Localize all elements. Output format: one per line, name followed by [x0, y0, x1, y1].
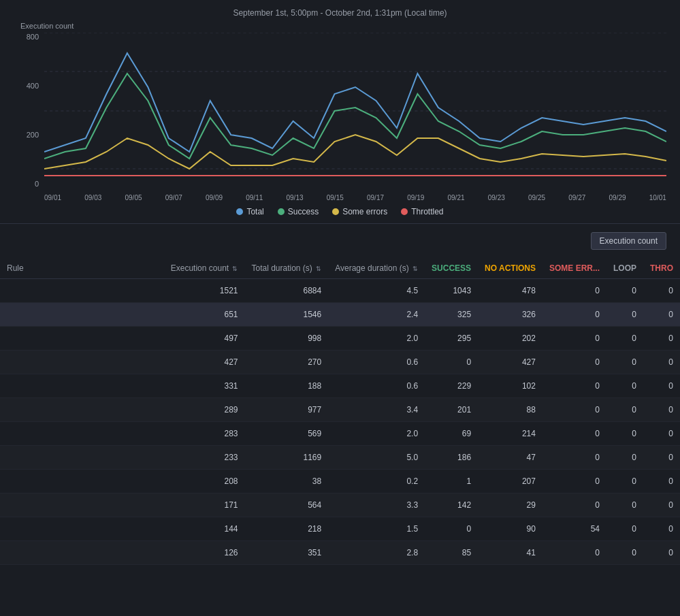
- y-tick-800: 800: [27, 33, 39, 41]
- table-row[interactable]: 65115462.4325326000: [0, 303, 680, 327]
- table-cell: 88: [478, 398, 543, 422]
- table-cell: 69: [425, 422, 478, 446]
- table-row[interactable]: 4979982.0295202000: [0, 327, 680, 351]
- execution-count-button[interactable]: Execution count: [591, 232, 666, 250]
- table-cell: [0, 374, 164, 398]
- table-cell: 0: [606, 303, 643, 327]
- table-row[interactable]: 4272700.60427000: [0, 351, 680, 374]
- table-row[interactable]: 1442181.50905400: [0, 517, 680, 541]
- table-cell: [0, 541, 164, 565]
- legend-errors-icon: [332, 208, 339, 215]
- table-cell: 3.3: [328, 493, 425, 517]
- table-row[interactable]: 2835692.069214000: [0, 422, 680, 446]
- table-cell: 0: [606, 446, 643, 470]
- table-cell: 207: [478, 470, 543, 493]
- table-row[interactable]: 2899773.420188000: [0, 398, 680, 422]
- table-cell: [0, 398, 164, 422]
- table-cell: 564: [244, 493, 328, 517]
- chart-area: 09/01 09/03 09/05 09/07 09/09 09/11 09/1…: [44, 33, 666, 201]
- table-cell: 0: [643, 493, 680, 517]
- table-cell: 142: [425, 493, 478, 517]
- table-cell: 0: [643, 327, 680, 351]
- table-cell: 0: [543, 303, 606, 327]
- table-cell: 0: [643, 517, 680, 541]
- table-cell: 0: [643, 351, 680, 374]
- table-cell: 0: [425, 351, 478, 374]
- table-header: Rule Execution count ⇅ Total duration (s…: [0, 258, 680, 279]
- table-cell: 270: [244, 351, 328, 374]
- table-cell: [0, 470, 164, 493]
- table-cell: 0: [543, 279, 606, 303]
- table-cell: 2.0: [328, 327, 425, 351]
- table-row[interactable]: 23311695.018647000: [0, 446, 680, 470]
- table-cell: 0: [425, 517, 478, 541]
- legend-success: Success: [278, 207, 319, 216]
- chart-title: September 1st, 5:00pm - October 2nd, 1:3…: [14, 8, 666, 18]
- table-cell: 6884: [244, 279, 328, 303]
- legend-total-icon: [236, 208, 243, 215]
- col-total-duration[interactable]: Total duration (s) ⇅: [244, 258, 328, 279]
- table-cell: 331: [164, 374, 245, 398]
- table-cell: 218: [244, 517, 328, 541]
- table-cell: 214: [478, 422, 543, 446]
- table-row[interactable]: 3311880.6229102000: [0, 374, 680, 398]
- table-cell: 0: [606, 541, 643, 565]
- x-tick: 09/13: [287, 194, 304, 201]
- table-cell: 2.8: [328, 541, 425, 565]
- table-cell: 0: [606, 327, 643, 351]
- table-row[interactable]: 208380.21207000: [0, 470, 680, 493]
- x-tick: 09/23: [488, 194, 505, 201]
- table-cell: 0.6: [328, 351, 425, 374]
- x-tick: 09/07: [165, 194, 182, 201]
- table-cell: 5.0: [328, 446, 425, 470]
- table-cell: 0: [643, 398, 680, 422]
- table-row[interactable]: 1715643.314229000: [0, 493, 680, 517]
- table-cell: 85: [425, 541, 478, 565]
- x-tick: 10/01: [649, 194, 666, 201]
- table-row[interactable]: 1263512.88541000: [0, 541, 680, 565]
- x-axis: 09/01 09/03 09/05 09/07 09/09 09/11 09/1…: [44, 191, 666, 201]
- table-toolbar: Execution count: [0, 227, 680, 258]
- y-tick-0: 0: [35, 180, 39, 188]
- col-avg-duration[interactable]: Average duration (s) ⇅: [328, 258, 425, 279]
- table-cell: 126: [164, 541, 245, 565]
- col-rule: Rule: [0, 258, 164, 279]
- table-cell: 283: [164, 422, 245, 446]
- x-tick: 09/11: [246, 194, 263, 201]
- table-body: 152168844.5104347800065115462.4325326000…: [0, 279, 680, 565]
- table-cell: 29: [478, 493, 543, 517]
- y-tick-200: 200: [27, 131, 39, 139]
- rules-table: Rule Execution count ⇅ Total duration (s…: [0, 258, 680, 565]
- x-tick: 09/27: [568, 194, 585, 201]
- table-cell: 186: [425, 446, 478, 470]
- table-cell: 326: [478, 303, 543, 327]
- x-tick: 09/15: [327, 194, 344, 201]
- table-cell: 0: [606, 398, 643, 422]
- x-tick: 09/09: [206, 194, 223, 201]
- table-cell: 47: [478, 446, 543, 470]
- chart-svg: [44, 33, 666, 189]
- table-cell: [0, 327, 164, 351]
- table-cell: 0: [543, 327, 606, 351]
- legend-throttled: Throttled: [401, 207, 443, 216]
- x-tick: 09/17: [367, 194, 384, 201]
- table-cell: 0.2: [328, 470, 425, 493]
- col-execution-count[interactable]: Execution count ⇅: [164, 258, 245, 279]
- table-cell: 0: [543, 351, 606, 374]
- x-tick: 09/05: [125, 194, 142, 201]
- x-tick: 09/19: [407, 194, 424, 201]
- col-success: SUCCESS: [425, 258, 478, 279]
- legend-throttled-label: Throttled: [411, 207, 443, 216]
- table-cell: 1.5: [328, 517, 425, 541]
- table-row[interactable]: 152168844.51043478000: [0, 279, 680, 303]
- table-cell: 0.6: [328, 374, 425, 398]
- chart-legend: Total Success Some errors Throttled: [14, 207, 666, 216]
- table-cell: [0, 422, 164, 446]
- table-cell: 0: [543, 422, 606, 446]
- table-cell: 325: [425, 303, 478, 327]
- table-cell: 1521: [164, 279, 245, 303]
- y-axis: 800 400 200 0: [17, 33, 44, 201]
- table-cell: 2.4: [328, 303, 425, 327]
- x-tick: 09/25: [528, 194, 545, 201]
- header-row: Rule Execution count ⇅ Total duration (s…: [0, 258, 680, 279]
